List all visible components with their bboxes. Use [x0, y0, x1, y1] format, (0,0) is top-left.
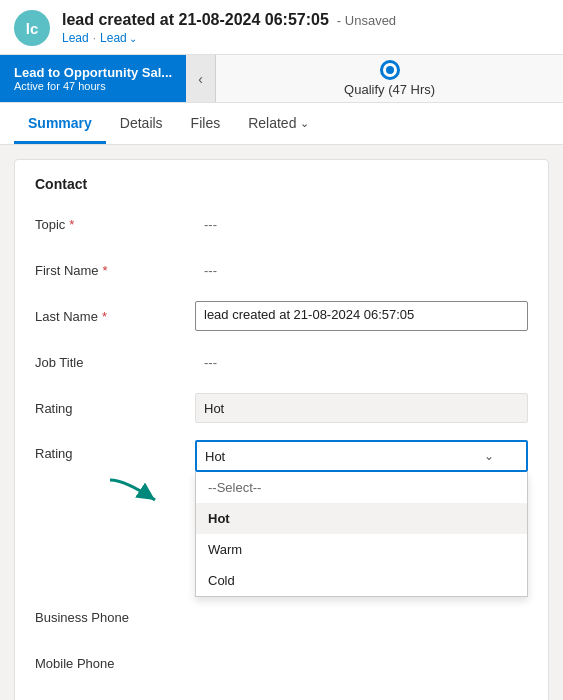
label-topic: Topic * [35, 217, 195, 232]
main-content: Contact Topic * --- First Name * --- Las… [0, 145, 563, 700]
field-row-lastname: Last Name * lead created at 21-08-2024 0… [35, 300, 528, 332]
label-firstname: First Name * [35, 263, 195, 278]
field-row-email: Email [35, 693, 528, 700]
arrow-indicator [105, 470, 185, 513]
tab-details[interactable]: Details [106, 103, 177, 144]
label-businessphone: Business Phone [35, 610, 195, 625]
breadcrumb-lead1[interactable]: Lead [62, 31, 89, 45]
unsaved-label: - Unsaved [337, 13, 396, 28]
field-row-mobilephone: Mobile Phone [35, 647, 528, 679]
label-rating-dropdown: Rating [35, 440, 195, 461]
value-email[interactable] [195, 694, 528, 700]
value-businessphone[interactable] [195, 602, 528, 632]
label-lastname: Last Name * [35, 309, 195, 324]
input-lastname[interactable]: lead created at 21-08-2024 06:57:05 [195, 301, 528, 331]
field-row-rating-dropdown: Rating Hot ⌄ [35, 438, 528, 472]
chevron-down-icon: ⌄ [484, 449, 494, 463]
breadcrumb: Lead · Lead ⌄ [62, 31, 396, 45]
required-star-firstname: * [103, 263, 108, 278]
avatar: lc [14, 10, 50, 46]
qualify-stage[interactable]: Qualify (47 Hrs) [216, 55, 563, 102]
required-star-lastname: * [102, 309, 107, 324]
field-row-businessphone: Business Phone [35, 601, 528, 633]
chevron-down-icon: ⌄ [129, 33, 137, 44]
stage-hours: Active for 47 hours [14, 80, 172, 92]
qualify-label: Qualify (47 Hrs) [344, 82, 435, 97]
qualify-circle [380, 60, 400, 80]
pipeline-back-button[interactable]: ‹ [186, 55, 216, 102]
tabs-bar: Summary Details Files Related ⌄ [0, 103, 563, 145]
required-star-topic: * [69, 217, 74, 232]
field-row-rating-static: Rating Hot [35, 392, 528, 424]
value-jobtitle[interactable]: --- [195, 347, 528, 377]
chevron-left-icon: ‹ [198, 71, 203, 87]
header-info: lead created at 21-08-2024 06:57:05 - Un… [62, 11, 396, 45]
label-mobilephone: Mobile Phone [35, 656, 195, 671]
section-title-contact: Contact [35, 176, 528, 192]
field-row-firstname: First Name * --- [35, 254, 528, 286]
tab-files[interactable]: Files [177, 103, 235, 144]
dropdown-option-select[interactable]: --Select-- [196, 472, 527, 503]
tab-summary[interactable]: Summary [14, 103, 106, 144]
label-jobtitle: Job Title [35, 355, 195, 370]
qualify-circle-inner [386, 66, 394, 74]
field-row-jobtitle: Job Title --- [35, 346, 528, 378]
header-title: lead created at 21-08-2024 06:57:05 - Un… [62, 11, 396, 29]
value-topic[interactable]: --- [195, 209, 528, 239]
dropdown-option-hot[interactable]: Hot [196, 503, 527, 534]
pipeline-bar: Lead to Opportunity Sal... Active for 47… [0, 55, 563, 103]
value-rating-static: Hot [195, 393, 528, 423]
active-stage[interactable]: Lead to Opportunity Sal... Active for 47… [0, 55, 186, 102]
tab-related[interactable]: Related ⌄ [234, 103, 323, 144]
stage-name: Lead to Opportunity Sal... [14, 65, 172, 80]
breadcrumb-separator: · [93, 31, 96, 45]
chevron-down-icon: ⌄ [300, 117, 309, 130]
value-firstname[interactable]: --- [195, 255, 528, 285]
field-row-topic: Topic * --- [35, 208, 528, 240]
dropdown-option-cold[interactable]: Cold [196, 565, 527, 596]
label-rating-static: Rating [35, 401, 195, 416]
dropdown-selected-value: Hot [205, 449, 225, 464]
rating-dropdown-menu: --Select-- Hot Warm Cold [195, 472, 528, 597]
breadcrumb-lead2[interactable]: Lead ⌄ [100, 31, 137, 45]
header: lc lead created at 21-08-2024 06:57:05 -… [0, 0, 563, 55]
value-mobilephone[interactable] [195, 648, 528, 678]
dropdown-option-warm[interactable]: Warm [196, 534, 527, 565]
record-title: lead created at 21-08-2024 06:57:05 [62, 11, 329, 29]
contact-card: Contact Topic * --- First Name * --- Las… [14, 159, 549, 700]
rating-dropdown-trigger[interactable]: Hot ⌄ [195, 440, 528, 472]
